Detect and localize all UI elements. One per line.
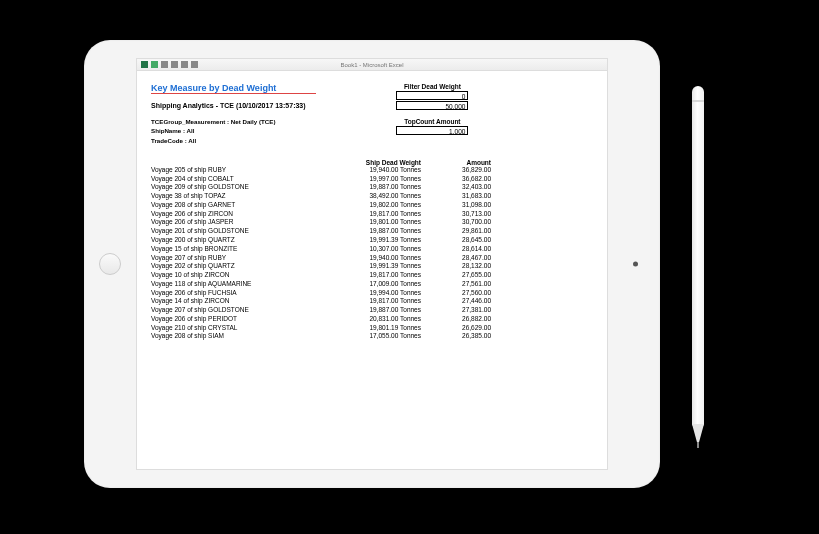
cell-amount: 27,446.00 — [421, 297, 491, 306]
cell-desc: Voyage 207 of ship RUBY — [151, 254, 329, 263]
table-body: Voyage 205 of ship RUBY19,940.00 Tonnes3… — [143, 166, 601, 341]
worksheet-content: Key Measure by Dead Weight Shipping Anal… — [137, 71, 607, 469]
cell-desc: Voyage 206 of ship PERIDOT — [151, 315, 329, 324]
table-row: Voyage 200 of ship QUARTZ19,991.39 Tonne… — [151, 236, 593, 245]
meta-measurement: TCEGroup_Measurement : Net Daily (TCE) — [151, 117, 316, 126]
cell-amount: 27,381.00 — [421, 306, 491, 315]
cell-deadweight: 19,940.00 Tonnes — [329, 166, 421, 175]
table-row: Voyage 204 of ship COBALT19,997.00 Tonne… — [151, 175, 593, 184]
redo-icon[interactable] — [171, 61, 178, 68]
table-row: Voyage 206 of ship FUCHSIA19,994.00 Tonn… — [151, 289, 593, 298]
app-titlebar: Book1 - Microsoft Excel — [137, 59, 607, 71]
cell-deadweight: 19,991.39 Tonnes — [329, 236, 421, 245]
save-icon[interactable] — [151, 61, 158, 68]
col-header-desc — [151, 159, 329, 166]
cell-desc: Voyage 206 of ship ZIRCON — [151, 210, 329, 219]
cell-deadweight: 19,801.19 Tonnes — [329, 324, 421, 333]
cell-desc: Voyage 204 of ship COBALT — [151, 175, 329, 184]
table-row: Voyage 207 of ship GOLDSTONE19,887.00 To… — [151, 306, 593, 315]
cell-desc: Voyage 38 of ship TOPAZ — [151, 192, 329, 201]
undo-icon[interactable] — [161, 61, 168, 68]
filter-deadweight-max-input[interactable]: 50,000 — [396, 101, 468, 110]
cell-desc: Voyage 206 of ship JASPER — [151, 218, 329, 227]
meta-tradecode: TradeCode : All — [151, 136, 316, 145]
cell-deadweight: 19,997.00 Tonnes — [329, 175, 421, 184]
cell-amount: 27,655.00 — [421, 271, 491, 280]
cell-desc: Voyage 208 of ship SIAM — [151, 332, 329, 341]
cell-amount: 26,385.00 — [421, 332, 491, 341]
excel-icon — [141, 61, 148, 68]
table-row: Voyage 210 of ship CRYSTAL19,801.19 Tonn… — [151, 324, 593, 333]
filter-topcount-input[interactable]: 1,000 — [396, 126, 468, 135]
cell-deadweight: 17,009.00 Tonnes — [329, 280, 421, 289]
cell-amount: 28,614.00 — [421, 245, 491, 254]
cell-amount: 31,683.00 — [421, 192, 491, 201]
cell-amount: 30,700.00 — [421, 218, 491, 227]
cell-amount: 28,132.00 — [421, 262, 491, 271]
table-row: Voyage 202 of ship QUARTZ19,991.39 Tonne… — [151, 262, 593, 271]
cell-desc: Voyage 15 of ship BRONZITE — [151, 245, 329, 254]
report-title: Key Measure by Dead Weight — [151, 83, 316, 94]
home-button[interactable] — [99, 253, 121, 275]
table-row: Voyage 201 of ship GOLDSTONE19,887.00 To… — [151, 227, 593, 236]
cell-deadweight: 19,817.00 Tonnes — [329, 210, 421, 219]
cell-amount: 36,829.00 — [421, 166, 491, 175]
filter-deadweight-label: Filter Dead Weight — [404, 83, 461, 90]
cell-desc: Voyage 201 of ship GOLDSTONE — [151, 227, 329, 236]
table-row: Voyage 206 of ship JASPER19,801.00 Tonne… — [151, 218, 593, 227]
table-row: Voyage 205 of ship RUBY19,940.00 Tonnes3… — [151, 166, 593, 175]
cell-desc: Voyage 118 of ship AQUAMARINE — [151, 280, 329, 289]
table-row: Voyage 206 of ship ZIRCON19,817.00 Tonne… — [151, 210, 593, 219]
cell-desc: Voyage 205 of ship RUBY — [151, 166, 329, 175]
cell-desc: Voyage 208 of ship GARNET — [151, 201, 329, 210]
table-row: Voyage 209 of ship GOLDSTONE19,887.00 To… — [151, 183, 593, 192]
filter-deadweight-min-input[interactable]: 0 — [396, 91, 468, 100]
cell-desc: Voyage 207 of ship GOLDSTONE — [151, 306, 329, 315]
meta-shipname: ShipName : All — [151, 126, 316, 135]
cell-amount: 26,882.00 — [421, 315, 491, 324]
cell-amount: 26,629.00 — [421, 324, 491, 333]
toolbar-icon[interactable] — [191, 61, 198, 68]
cell-desc: Voyage 10 of ship ZIRCON — [151, 271, 329, 280]
report-subtitle: Shipping Analytics - TCE (10/10/2017 13:… — [151, 102, 316, 109]
cell-amount: 30,713.00 — [421, 210, 491, 219]
cell-deadweight: 19,801.00 Tonnes — [329, 218, 421, 227]
cell-deadweight: 20,831.00 Tonnes — [329, 315, 421, 324]
tablet-device-frame: Book1 - Microsoft Excel Key Measure by D… — [84, 40, 660, 488]
cell-amount: 28,645.00 — [421, 236, 491, 245]
table-row: Voyage 208 of ship GARNET19,802.00 Tonne… — [151, 201, 593, 210]
table-row: Voyage 38 of ship TOPAZ38,492.00 Tonnes3… — [151, 192, 593, 201]
cell-amount: 27,560.00 — [421, 289, 491, 298]
cell-deadweight: 17,055.00 Tonnes — [329, 332, 421, 341]
screen: Book1 - Microsoft Excel Key Measure by D… — [136, 58, 608, 470]
table-row: Voyage 118 of ship AQUAMARINE17,009.00 T… — [151, 280, 593, 289]
table-row: Voyage 206 of ship PERIDOT20,831.00 Tonn… — [151, 315, 593, 324]
col-header-amount: Amount — [421, 159, 491, 166]
cell-desc: Voyage 14 of ship ZIRCON — [151, 297, 329, 306]
cell-deadweight: 19,817.00 Tonnes — [329, 297, 421, 306]
cell-deadweight: 19,940.00 Tonnes — [329, 254, 421, 263]
cell-deadweight: 19,887.00 Tonnes — [329, 183, 421, 192]
cell-amount: 31,098.00 — [421, 201, 491, 210]
table-row: Voyage 208 of ship SIAM17,055.00 Tonnes2… — [151, 332, 593, 341]
cell-deadweight: 19,802.00 Tonnes — [329, 201, 421, 210]
cell-deadweight: 19,994.00 Tonnes — [329, 289, 421, 298]
cell-deadweight: 38,492.00 Tonnes — [329, 192, 421, 201]
table-row: Voyage 207 of ship RUBY19,940.00 Tonnes2… — [151, 254, 593, 263]
filter-topcount-label: TopCount Amount — [404, 118, 460, 125]
cell-deadweight: 19,817.00 Tonnes — [329, 271, 421, 280]
table-row: Voyage 15 of ship BRONZITE10,307.00 Tonn… — [151, 245, 593, 254]
cell-desc: Voyage 206 of ship FUCHSIA — [151, 289, 329, 298]
table-header-row: Ship Dead Weight Amount — [143, 159, 601, 166]
toolbar-icon[interactable] — [181, 61, 188, 68]
cell-amount: 29,861.00 — [421, 227, 491, 236]
front-camera — [633, 262, 638, 267]
col-header-deadweight: Ship Dead Weight — [329, 159, 421, 166]
cell-deadweight: 19,991.39 Tonnes — [329, 262, 421, 271]
cell-amount: 32,403.00 — [421, 183, 491, 192]
stylus-pencil — [692, 86, 704, 466]
cell-amount: 36,682.00 — [421, 175, 491, 184]
cell-desc: Voyage 200 of ship QUARTZ — [151, 236, 329, 245]
cell-deadweight: 19,887.00 Tonnes — [329, 306, 421, 315]
table-row: Voyage 10 of ship ZIRCON19,817.00 Tonnes… — [151, 271, 593, 280]
